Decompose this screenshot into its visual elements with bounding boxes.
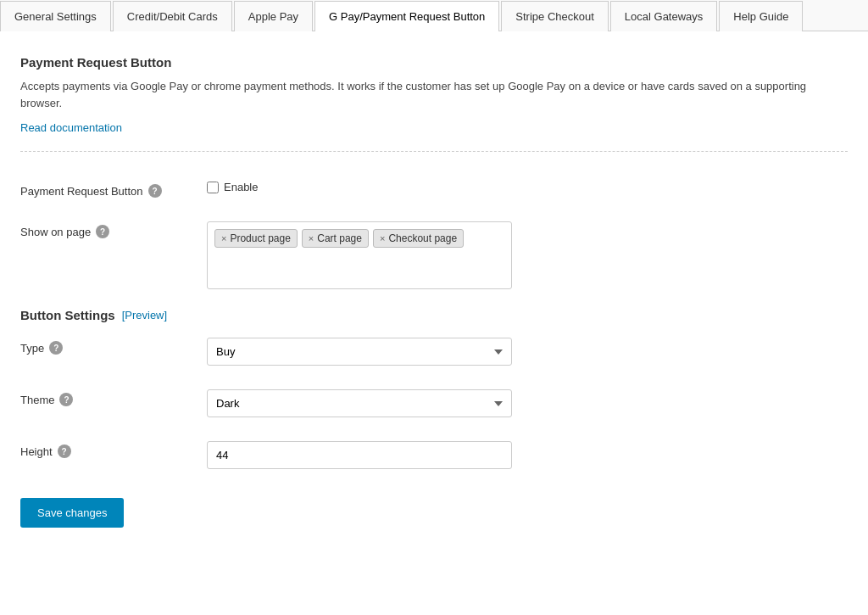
tab-apple-pay[interactable]: Apple Pay	[234, 1, 313, 31]
tag-remove-icon[interactable]: ×	[221, 233, 226, 243]
payment-request-button-help-icon[interactable]: ?	[148, 184, 162, 198]
height-input[interactable]	[207, 441, 512, 469]
enable-checkbox-label[interactable]: Enable	[207, 181, 848, 193]
section-title: Payment Request Button	[20, 55, 848, 70]
save-changes-button[interactable]: Save changes	[20, 498, 124, 528]
type-label: Type ?	[20, 338, 207, 355]
section-description: Accepts payments via Google Pay or chrom…	[20, 78, 848, 111]
type-row: Type ? Buy Donate Default	[20, 326, 848, 377]
tab-stripe-checkout[interactable]: Stripe Checkout	[501, 1, 609, 31]
height-label: Height ?	[20, 441, 207, 458]
type-dropdown[interactable]: Buy Donate Default	[207, 338, 512, 366]
height-help-icon[interactable]: ?	[58, 444, 71, 458]
preview-link[interactable]: [Preview]	[122, 309, 167, 321]
type-help-icon[interactable]: ?	[49, 341, 63, 355]
payment-request-button-control: Enable	[207, 181, 848, 193]
type-control: Buy Donate Default	[207, 338, 848, 366]
height-control	[207, 441, 848, 469]
show-on-page-help-icon[interactable]: ?	[96, 225, 109, 238]
theme-control: Dark Light Outline	[207, 389, 848, 417]
button-settings-heading: Button Settings [Preview]	[20, 308, 848, 322]
tag-checkout-page[interactable]: × Checkout page	[373, 229, 464, 248]
tab-gpay-payment-request[interactable]: G Pay/Payment Request Button	[314, 1, 499, 31]
show-on-page-control: × Product page × Cart page × Checkout pa…	[207, 221, 848, 289]
tab-local-gateways[interactable]: Local Gateways	[610, 1, 718, 31]
theme-label: Theme ?	[20, 389, 207, 406]
theme-dropdown[interactable]: Dark Light Outline	[207, 389, 512, 417]
tag-cart-page[interactable]: × Cart page	[302, 229, 369, 248]
height-row: Height ?	[20, 429, 848, 481]
theme-help-icon[interactable]: ?	[59, 393, 73, 406]
tab-general-settings[interactable]: General Settings	[0, 1, 111, 31]
enable-checkbox[interactable]	[207, 182, 219, 193]
payment-request-button-row: Payment Request Button ? Enable	[20, 169, 848, 210]
read-documentation-link[interactable]: Read documentation	[20, 121, 122, 134]
tag-remove-icon[interactable]: ×	[380, 233, 385, 243]
show-on-page-label: Show on page ?	[20, 221, 207, 238]
tabs-bar: General Settings Credit/Debit Cards Appl…	[0, 0, 868, 31]
section-divider	[20, 151, 848, 152]
tab-credit-debit-cards[interactable]: Credit/Debit Cards	[113, 1, 232, 31]
show-on-page-row: Show on page ? × Product page × Cart pag…	[20, 210, 848, 301]
payment-request-button-label: Payment Request Button ?	[20, 181, 207, 198]
tag-remove-icon[interactable]: ×	[309, 233, 314, 243]
tag-product-page[interactable]: × Product page	[214, 229, 298, 248]
tab-help-guide[interactable]: Help Guide	[719, 1, 803, 31]
theme-row: Theme ? Dark Light Outline	[20, 377, 848, 429]
tag-select-area[interactable]: × Product page × Cart page × Checkout pa…	[207, 221, 512, 289]
